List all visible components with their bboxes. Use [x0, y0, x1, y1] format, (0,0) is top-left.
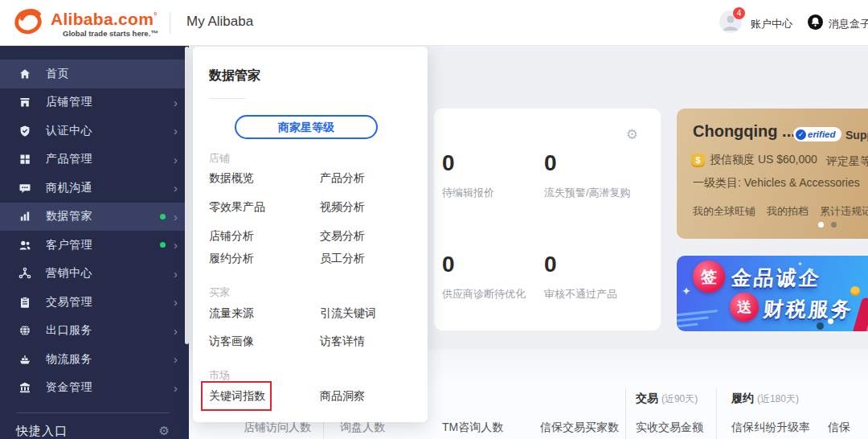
flyout-item-product-insights[interactable]: 商品洞察 — [320, 389, 365, 404]
green-dot — [160, 214, 166, 220]
flyout-title-underline — [209, 98, 246, 99]
sidebar-item-product-management[interactable]: 产品管理 › — [0, 146, 189, 174]
gear-icon[interactable]: ⚙ — [626, 126, 638, 142]
chevron-right-icon: › — [174, 154, 178, 166]
stat-value: 0 — [544, 150, 646, 176]
flyout-item-zero-effect-products[interactable]: 零效果产品 — [209, 200, 265, 215]
flyout-item-trade-analysis[interactable]: 交易分析 — [320, 229, 365, 244]
stamp-sign-icon: 签 — [693, 261, 725, 293]
flyout-section-shop: 店铺 — [209, 151, 230, 166]
violation-record-link[interactable]: 累计违规记录 — [820, 204, 868, 219]
metric-trade-assurance-buyers[interactable]: 信保交易买家数 — [540, 421, 619, 435]
flyout-item-video-analysis[interactable]: 视频分析 — [320, 200, 365, 215]
shield-icon — [18, 124, 31, 137]
chevron-right-icon: › — [174, 353, 178, 365]
stat-label: 供应商诊断待优化 — [442, 287, 544, 302]
sidebar-item-certification-center[interactable]: 认证中心 › — [0, 117, 189, 146]
sidebar-item-logistics-services[interactable]: 物流服务 › — [0, 345, 189, 374]
metric-tm-consultations[interactable]: TM咨询人数 — [442, 421, 503, 435]
sidebar-nav: 首页 店铺管理 › 认证中心 › 产品管理 › 商机沟通 › 数据管家 › — [0, 46, 189, 439]
storefront-icon — [18, 96, 31, 109]
sidebar-item-home[interactable]: 首页 — [0, 59, 189, 88]
sidebar-item-customer-management[interactable]: 客户管理 › — [0, 231, 189, 260]
flyout-item-staff-analysis[interactable]: 员工分析 — [320, 252, 365, 266]
sidebar-item-funds-management[interactable]: 资金管理 › — [0, 374, 189, 403]
decor-lines — [677, 310, 719, 331]
metric-trade-assurance-clipped[interactable]: 信保 — [828, 421, 850, 435]
green-dot — [160, 242, 166, 248]
chevron-right-icon: › — [174, 296, 178, 308]
chevron-right-icon: › — [174, 268, 178, 280]
check-icon: ✓ — [796, 129, 806, 140]
supplier-links-row: 我的全球旺铺 我的拍档 累计违规记录 — [693, 204, 868, 219]
stat-value: 0 — [442, 252, 544, 277]
chevron-right-icon: › — [174, 182, 178, 194]
sidebar-item-label: 出口服务 — [46, 323, 174, 338]
stat-supplier-diagnosis[interactable]: 0 供应商诊断待优化 — [442, 252, 544, 302]
flyout-item-shop-analysis[interactable]: 店铺分析 — [209, 229, 254, 244]
alibaba-logo-icon — [10, 6, 50, 42]
metric-inquiries[interactable]: 询盘人数 — [340, 421, 385, 435]
header-right-group: 4 账户中心 消息盒子 — [719, 10, 868, 36]
stamp-gift-icon: 送 — [730, 293, 759, 322]
sidebar-item-marketing-center[interactable]: 营销中心 › — [0, 260, 189, 289]
merchant-star-rating-button[interactable]: 商家星等级 — [235, 115, 378, 139]
star-icon: ✦ — [682, 285, 691, 297]
panel-divider — [716, 388, 717, 439]
metric-received-amount[interactable]: 实收交易金额 — [636, 421, 703, 435]
star-grade-label: 评定星等级 — [826, 154, 868, 169]
account-center-link[interactable]: 账户中心 — [751, 17, 792, 31]
brand-tagline: Global trade starts here.™ — [63, 29, 158, 38]
flyout-item-traffic-sources[interactable]: 流量来源 — [209, 306, 254, 321]
todo-stats-card: ⚙ 0 待编辑报价 0 流失预警/高潜复购 0 供应商诊断待优化 0 审核不通过… — [434, 109, 661, 330]
sidebar-item-business-communication[interactable]: 商机沟通 › — [0, 174, 189, 203]
carousel-dot-active[interactable] — [818, 222, 824, 228]
quick-entry-label: 快捷入口 — [16, 424, 159, 439]
coin-icon — [850, 286, 860, 296]
stat-pending-quotes[interactable]: 0 待编辑报价 — [442, 150, 544, 200]
sidebar-item-label: 营销中心 — [46, 266, 174, 281]
sidebar-item-label: 首页 — [46, 67, 178, 81]
bell-icon[interactable] — [808, 14, 823, 33]
my-global-shop-link[interactable]: 我的全球旺铺 — [693, 204, 755, 219]
sidebar-item-data-manager[interactable]: 数据管家 › — [0, 203, 189, 232]
flyout-item-product-analysis[interactable]: 产品分析 — [320, 171, 365, 186]
sidebar-scrollbar[interactable] — [185, 47, 189, 344]
carousel-dot[interactable] — [831, 222, 837, 228]
flyout-item-traffic-keywords[interactable]: 引流关键词 — [320, 306, 376, 321]
stat-value: 0 — [442, 150, 544, 176]
metric-dispute-escalation-rate[interactable]: 信保纠纷升级率 — [731, 421, 810, 435]
gear-icon[interactable]: ⚙ — [159, 424, 170, 438]
message-box-link[interactable]: 消息盒子 — [829, 17, 868, 31]
flyout-item-visitor-profile[interactable]: 访客画像 — [209, 334, 254, 349]
grid-icon — [18, 153, 31, 166]
chevron-right-icon: › — [174, 325, 178, 337]
clipboard-icon — [18, 295, 31, 309]
brand-wordmark[interactable]: Alibaba.com° — [51, 10, 157, 29]
stat-value: 0 — [544, 252, 646, 277]
quick-entry-row: 快捷入口 ⚙ — [0, 413, 189, 439]
metric-shop-visitors[interactable]: 店铺访问人数 — [244, 421, 311, 435]
sidebar-item-export-services[interactable]: 出口服务 › — [0, 317, 189, 346]
gift-box-icon — [852, 297, 868, 331]
flyout-item-data-overview[interactable]: 数据概览 — [209, 171, 254, 186]
chevron-right-icon: › — [174, 96, 178, 109]
verified-supplier-suffix: Suppl — [845, 129, 868, 142]
sidebar-item-label: 店铺管理 — [46, 95, 174, 109]
notification-badge: 4 — [733, 7, 745, 19]
my-partner-link[interactable]: 我的拍档 — [767, 204, 809, 219]
flyout-item-fulfillment-analysis[interactable]: 履约分析 — [209, 252, 254, 266]
stat-churn-warning[interactable]: 0 流失预警/高潜复购 — [544, 150, 646, 200]
decor-dot — [810, 269, 813, 272]
stat-rejected-products[interactable]: 0 审核不通过产品 — [544, 252, 646, 302]
flyout-item-visitor-details[interactable]: 访客详情 — [320, 334, 365, 349]
sidebar-item-trade-management[interactable]: 交易管理 › — [0, 288, 189, 317]
group-name: 履约 — [731, 392, 754, 404]
sidebar-item-shop-management[interactable]: 店铺管理 › — [0, 88, 189, 117]
supplier-name[interactable]: Chongqing ... — [693, 122, 796, 141]
banner-title-bottom: 财税服务 — [762, 296, 854, 322]
promo-banner[interactable]: ✦ ✦ 签 金品诚企 送 财税服务 — [677, 256, 868, 331]
sidebar-item-label: 数据管家 — [46, 209, 160, 224]
metrics-group-fulfillment: 履约 (近180天) — [731, 392, 799, 406]
chevron-right-icon: › — [174, 211, 178, 223]
